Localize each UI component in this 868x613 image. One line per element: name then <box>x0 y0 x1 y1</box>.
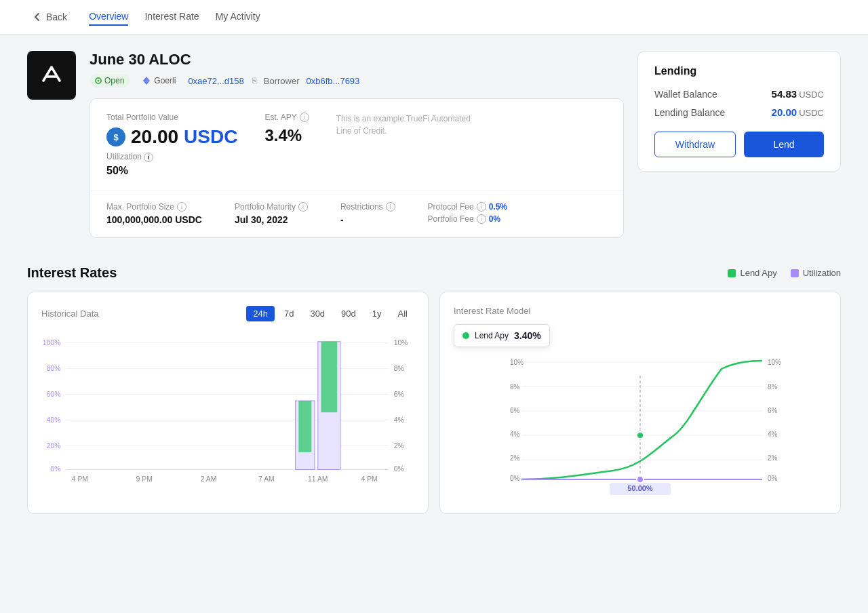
maturity-info-icon[interactable]: i <box>298 202 308 212</box>
apy-info-icon[interactable]: i <box>300 113 309 122</box>
tab-overview[interactable]: Overview <box>89 8 128 26</box>
tab-interest-rate[interactable]: Interest Rate <box>144 8 199 26</box>
apy-label: Est. APY i <box>264 113 309 122</box>
back-label: Back <box>46 12 67 22</box>
lend-apy-dot <box>728 269 736 277</box>
top-navigation: Back Overview Interest Rate My Activity <box>0 0 868 35</box>
max-portfolio-info-icon[interactable]: i <box>177 202 186 212</box>
svg-text:10%: 10% <box>768 359 781 366</box>
lending-panel: Lending Wallet Balance 54.83USDC Lending… <box>637 51 841 172</box>
back-button[interactable]: Back <box>27 9 73 25</box>
time-btn-all[interactable]: All <box>391 306 414 321</box>
pool-logo <box>27 51 76 100</box>
utilization-dot <box>791 269 799 277</box>
time-btn-7d[interactable]: 7d <box>277 306 300 321</box>
legend-lend-apy-label: Lend Apy <box>740 268 776 278</box>
restrictions-stat: Restrictions i - <box>340 202 395 226</box>
svg-text:4%: 4% <box>394 416 404 424</box>
wallet-balance-value: 54.83USDC <box>772 88 824 100</box>
svg-text:0%: 0% <box>394 465 404 473</box>
model-title: Interest Rate Model <box>454 306 827 316</box>
apy-value: 3.4% <box>264 126 309 145</box>
svg-text:50.00%: 50.00% <box>627 484 653 492</box>
svg-text:100%: 100% <box>43 339 61 347</box>
example-text: This is an example TrueFi Automated Line… <box>336 113 472 137</box>
utilization-info-icon[interactable]: i <box>144 153 153 162</box>
svg-text:4 PM: 4 PM <box>361 475 377 483</box>
maturity-label: Portfolio Maturity i <box>235 202 308 212</box>
arrow-left-icon <box>33 12 42 22</box>
protocol-fee-label: Protocol Fee i 0.5% <box>428 202 507 212</box>
fees-stat: Protocol Fee i 0.5% Portfolio Fee i 0% <box>428 202 507 226</box>
svg-text:2%: 2% <box>394 442 404 450</box>
max-portfolio-label: Max. Portfolio Size i <box>106 202 202 212</box>
logo-icon <box>38 62 65 89</box>
section-title: Interest Rates <box>27 265 117 281</box>
wallet-balance-label: Wallet Balance <box>654 89 717 100</box>
svg-text:0%: 0% <box>50 465 60 473</box>
historical-chart-card: Historical Data 24h 7d 30d 90d 1y All 10… <box>27 292 429 514</box>
tab-my-activity[interactable]: My Activity <box>216 8 260 26</box>
svg-text:8%: 8% <box>510 383 520 391</box>
apy-stat: Est. APY i 3.4% <box>264 113 309 177</box>
svg-text:60%: 60% <box>47 391 61 398</box>
chart-legend: Lend Apy Utilization <box>728 268 841 278</box>
stats-top: Total Portfolio Value $ 20.00 USDC <box>90 99 623 191</box>
historical-label: Historical Data <box>41 309 99 319</box>
svg-text:20%: 20% <box>47 442 61 450</box>
header-row: June 30 ALOC Open <box>27 51 841 252</box>
tooltip-label: Lend Apy <box>475 331 509 340</box>
main-content: June 30 ALOC Open <box>0 35 868 530</box>
usdc-icon: $ <box>106 127 125 146</box>
svg-text:8%: 8% <box>768 383 778 391</box>
portfolio-fee-info-icon[interactable]: i <box>477 214 486 224</box>
lend-button[interactable]: Lend <box>744 132 824 157</box>
time-btn-90d[interactable]: 90d <box>334 306 363 321</box>
svg-point-58 <box>637 476 644 483</box>
withdraw-button[interactable]: Withdraw <box>654 132 736 157</box>
maturity-stat: Portfolio Maturity i Jul 30, 2022 <box>235 202 308 226</box>
total-portfolio-label: Total Portfolio Value <box>106 113 237 122</box>
pool-title: June 30 ALOC <box>90 51 624 68</box>
interest-rate-model-card: Interest Rate Model Lend Apy 3.40% 10% 8… <box>439 292 841 514</box>
pool-address-link[interactable]: 0xae72...d158 <box>188 76 243 86</box>
svg-text:10%: 10% <box>394 339 408 347</box>
svg-text:0%: 0% <box>768 475 778 482</box>
time-btn-24h[interactable]: 24h <box>246 306 275 321</box>
max-portfolio-value: 100,000,000.00 USDC <box>106 214 202 225</box>
time-btn-30d[interactable]: 30d <box>303 306 332 321</box>
svg-text:4%: 4% <box>768 431 778 438</box>
network-badge: Goerli <box>136 74 181 87</box>
example-text-block: This is an example TrueFi Automated Line… <box>336 113 472 177</box>
svg-point-57 <box>637 432 644 439</box>
time-btn-1y[interactable]: 1y <box>366 306 389 321</box>
chart-tooltip: Lend Apy 3.40% <box>454 324 550 347</box>
max-portfolio-stat: Max. Portfolio Size i 100,000,000.00 USD… <box>106 202 202 226</box>
restrictions-value: - <box>340 214 395 225</box>
interest-rates-header: Interest Rates Lend Apy Utilization <box>27 265 841 281</box>
utilization-stat: Utilization i <box>106 152 237 162</box>
copy-icon[interactable]: ⎘ <box>252 76 257 85</box>
lending-balance-row: Lending Balance 20.00USDC <box>654 106 824 118</box>
tooltip-value: 3.40% <box>514 330 541 341</box>
svg-text:6%: 6% <box>510 407 520 414</box>
total-portfolio-stat: Total Portfolio Value $ 20.00 USDC <box>106 113 237 177</box>
svg-rect-30 <box>298 401 311 452</box>
status-label: Open <box>104 76 124 85</box>
svg-text:2 AM: 2 AM <box>201 475 217 483</box>
restrictions-info-icon[interactable]: i <box>386 202 395 212</box>
charts-row: Historical Data 24h 7d 30d 90d 1y All 10… <box>27 292 841 514</box>
lending-balance-label: Lending Balance <box>654 107 725 118</box>
protocol-fee-info-icon[interactable]: i <box>477 202 486 212</box>
svg-text:4%: 4% <box>510 431 520 438</box>
eth-icon <box>142 76 151 85</box>
svg-text:$: $ <box>113 132 119 142</box>
svg-rect-28 <box>321 342 338 412</box>
legend-lend-apy: Lend Apy <box>728 268 776 278</box>
time-buttons: 24h 7d 30d 90d 1y All <box>246 306 414 321</box>
borrower-address-link[interactable]: 0xb6fb...7693 <box>307 76 360 86</box>
svg-text:6%: 6% <box>768 407 778 414</box>
svg-text:2%: 2% <box>768 454 778 462</box>
svg-text:9 PM: 9 PM <box>136 475 153 483</box>
svg-text:4 PM: 4 PM <box>72 475 88 483</box>
